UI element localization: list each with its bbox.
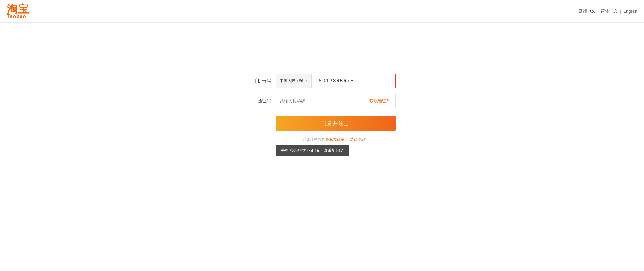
verif-row: 验证码 获取验证码 <box>248 94 396 108</box>
verif-label: 验证码 <box>248 98 271 104</box>
phone-row: 手机号码 中国大陆 +86 ▼ <box>248 74 396 88</box>
agreement-suffix: 条款 <box>358 137 366 141</box>
lang-divider-2: | <box>620 9 621 14</box>
lang-simplified-chinese[interactable]: 简体中文 <box>601 8 618 14</box>
submit-button[interactable]: 同意并注册 <box>276 116 396 131</box>
country-code: +86 <box>297 79 303 83</box>
agreement-link-legal[interactable]: 法律 <box>350 137 357 141</box>
country-selector[interactable]: 中国大陆 +86 ▼ <box>276 74 312 88</box>
agreement-separator: 、 <box>345 137 349 141</box>
lang-divider-1: | <box>598 9 599 14</box>
phone-number-input[interactable] <box>312 74 395 88</box>
lang-traditional-chinese[interactable]: 繁體中文 <box>578 8 595 14</box>
get-verif-button[interactable]: 获取验证码 <box>365 94 395 108</box>
logo-english: Taobao <box>7 14 26 19</box>
submit-row: 同意并注册 <box>276 116 396 131</box>
agreement-link-privacy[interactable]: 隐私权政策 <box>326 137 344 141</box>
registration-form: 手机号码 中国大陆 +86 ▼ 验证码 获取验证码 同意并注册 <box>248 74 396 142</box>
verif-input-group: 获取验证码 <box>276 94 396 108</box>
error-tooltip: 手机号码格式不正确，请重新输入 <box>276 145 349 156</box>
agreement-row: 已阅读并同意 隐私权政策 、 法律 条款 <box>303 137 423 142</box>
main-content: 手机号码 中国大陆 +86 ▼ 验证码 获取验证码 同意并注册 <box>0 23 644 142</box>
lang-english[interactable]: English <box>623 9 637 14</box>
page-header: 淘宝 Taobao 繁體中文 | 简体中文 | English <box>0 0 644 23</box>
dropdown-arrow-icon: ▼ <box>305 79 308 83</box>
phone-input-group: 中国大陆 +86 ▼ <box>276 74 396 88</box>
language-switcher: 繁體中文 | 简体中文 | English <box>578 8 637 14</box>
country-name: 中国大陆 <box>280 78 295 83</box>
logo-chinese: 淘宝 <box>7 4 29 14</box>
verif-code-input[interactable] <box>276 94 365 108</box>
agreement-container: 已阅读并同意 隐私权政策 、 法律 条款 手机号码格式不正确，请重新输入 <box>276 133 396 142</box>
logo: 淘宝 Taobao <box>7 4 29 19</box>
agreement-prefix: 已阅读并同意 <box>303 137 325 141</box>
phone-label: 手机号码 <box>248 78 271 84</box>
